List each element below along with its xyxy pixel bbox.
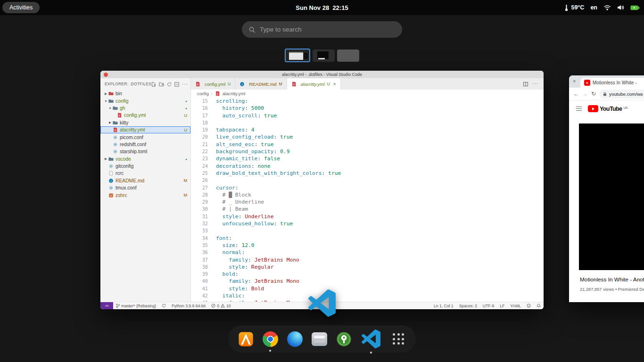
editor-tab-config.yml[interactable]: config.ymlU	[191, 78, 235, 90]
dock-app-vscode[interactable]	[359, 328, 383, 350]
file-tree: ▶bin▼config●▼gh●config.ymlU▶kittyalacrit…	[100, 90, 190, 302]
vscode-window[interactable]: alacritty.yml - .dotfiles - Visual Studi…	[100, 71, 544, 309]
remote-indicator[interactable]: ><	[100, 302, 113, 309]
youtube-logo[interactable]: YouTube UA	[588, 105, 627, 112]
svg-text:i: i	[111, 179, 112, 182]
search-bar[interactable]	[242, 21, 402, 38]
tree-item-label: alacritty.yml	[120, 127, 145, 132]
window-close-button[interactable]	[104, 73, 108, 77]
tree-item-gh[interactable]: ▼gh●	[100, 105, 190, 112]
tree-item-kitty[interactable]: ▶kitty	[100, 119, 190, 126]
tree-item-picom.conf[interactable]: picom.conf	[100, 133, 190, 140]
indentation-status[interactable]: Spaces: 2	[456, 304, 480, 308]
chevron-down-icon[interactable]: ▼	[107, 107, 113, 110]
cursor-position[interactable]: Ln 1, Col 1	[431, 304, 456, 308]
edge-icon	[287, 331, 303, 347]
folder-icon	[108, 91, 114, 96]
breadcrumb-file[interactable]: alacritty.yml	[223, 91, 245, 96]
dock-app-keepassxc[interactable]	[335, 330, 353, 348]
hamburger-menu-icon[interactable]	[576, 107, 582, 111]
dock-app-files[interactable]	[310, 330, 328, 348]
editor-tab-alacritty.yml[interactable]: alacritty.ymlU×	[287, 78, 341, 90]
language-mode[interactable]: YAML	[507, 304, 524, 308]
editor-more-actions-icon[interactable]: ···	[532, 82, 538, 85]
keyboard-layout-indicator[interactable]: en	[590, 4, 597, 11]
chrome-window[interactable]: × Motionless In White - × ← → ↻ youtube.…	[569, 75, 644, 302]
reload-icon[interactable]: ↻	[591, 90, 596, 97]
collapse-all-icon[interactable]	[174, 82, 179, 87]
tree-item-label: gitconfig	[116, 164, 133, 169]
notifications-button[interactable]	[534, 304, 544, 308]
workspace-thumbnail-empty[interactable]	[337, 49, 359, 62]
tree-item-zshrc[interactable]: $zshrcM	[100, 191, 190, 198]
tree-item-label: config	[116, 99, 128, 104]
running-indicator	[370, 352, 372, 354]
padlock-icon	[603, 92, 607, 96]
problems-status[interactable]: 0 10	[208, 304, 233, 308]
address-bar[interactable]: youtube.com/wa	[599, 90, 644, 99]
chevron-right-icon[interactable]: ▶	[103, 157, 108, 161]
youtube-favicon	[584, 80, 590, 86]
breadcrumb-folder[interactable]: config	[197, 91, 209, 96]
gear-icon	[113, 142, 118, 147]
refresh-icon[interactable]	[167, 82, 172, 87]
battery-icon	[630, 5, 639, 10]
tree-item-bin[interactable]: ▶bin	[100, 90, 190, 97]
git-branch-status[interactable]: master* (Rebasing)	[113, 304, 159, 308]
search-icon	[249, 26, 255, 33]
tree-item-label: tmux.conf	[116, 185, 137, 190]
split-editor-icon[interactable]	[523, 82, 528, 86]
more-actions-icon[interactable]: ···	[182, 83, 188, 86]
system-status-area[interactable]: 59°C en	[564, 0, 639, 15]
dock-app-edge[interactable]	[286, 330, 304, 348]
tree-item-config.yml[interactable]: config.ymlU	[100, 112, 190, 119]
dock-app-app-grid[interactable]	[389, 330, 407, 348]
code-line: 31 style: Underline	[191, 213, 544, 220]
tree-item-gitconfig[interactable]: gitconfig	[100, 163, 190, 170]
sync-button[interactable]	[159, 304, 169, 308]
new-file-icon[interactable]	[151, 82, 156, 87]
back-icon[interactable]: ←	[573, 90, 579, 97]
workspace-thumbnail[interactable]	[313, 49, 335, 62]
tree-item-rcrc[interactable]: rcrc	[100, 170, 190, 177]
branch-icon	[116, 304, 120, 308]
code-line: 25draw_bold_text_with_bright_colors: tru…	[191, 170, 544, 177]
dock-app-chrome[interactable]	[261, 330, 279, 348]
tree-item-alacritty.yml[interactable]: alacritty.ymlU	[100, 126, 190, 133]
python-interpreter-status[interactable]: Python 3.9.9 64-bit	[169, 304, 208, 308]
chevron-right-icon[interactable]: ▶	[107, 121, 113, 124]
video-player[interactable]	[579, 123, 644, 270]
tree-item-tmux.conf[interactable]: tmux.conf	[100, 184, 190, 191]
window-title: alacritty.yml - .dotfiles - Visual Studi…	[282, 72, 362, 77]
clock[interactable]: Sun Nov 28 22:15	[0, 0, 644, 15]
tree-item-config[interactable]: ▼config●	[100, 97, 190, 104]
code-line: 35 size: 12.0	[191, 242, 544, 249]
tree-item-starship.toml[interactable]: starship.toml	[100, 148, 190, 155]
breadcrumb[interactable]: config › alacritty.yml	[191, 90, 544, 98]
code-line: 15scrolling:	[191, 98, 544, 105]
tree-item-vscode[interactable]: ▶vscode●	[100, 156, 190, 163]
feedback-button[interactable]	[524, 304, 534, 308]
chevron-down-icon[interactable]: ▼	[103, 99, 108, 103]
workspace-thumbnail-active[interactable]	[285, 49, 310, 62]
shell-icon: $	[108, 193, 114, 198]
tree-item-label: zshrc	[116, 193, 127, 198]
forward-icon[interactable]: →	[582, 90, 588, 97]
wifi-icon	[603, 5, 611, 10]
eol-status[interactable]: LF	[497, 304, 507, 308]
tree-item-label: redshift.conf	[120, 142, 146, 147]
tab-close-icon[interactable]: ×	[333, 82, 336, 87]
browser-tab[interactable]: Motionless In White - ×	[580, 78, 644, 88]
tree-item-README.md[interactable]: iREADME.mdM	[100, 177, 190, 184]
search-input[interactable]	[260, 26, 395, 33]
gear-icon	[108, 164, 114, 169]
editor-tab-README.md[interactable]: iREADME.mdM	[235, 78, 287, 90]
tree-item-redshift.conf[interactable]: redshift.conf	[100, 141, 190, 148]
youtube-country-badge: UA	[623, 106, 627, 109]
editor-lines[interactable]: 15scrolling:16 history: 500017 auto_scro…	[191, 98, 544, 302]
new-folder-icon[interactable]	[159, 82, 164, 87]
chevron-right-icon[interactable]: ▶	[103, 92, 108, 96]
encoding-status[interactable]: UTF-8	[480, 304, 497, 308]
tab-close-icon[interactable]: ×	[573, 79, 576, 84]
dock-app-alacritty[interactable]	[237, 330, 255, 348]
